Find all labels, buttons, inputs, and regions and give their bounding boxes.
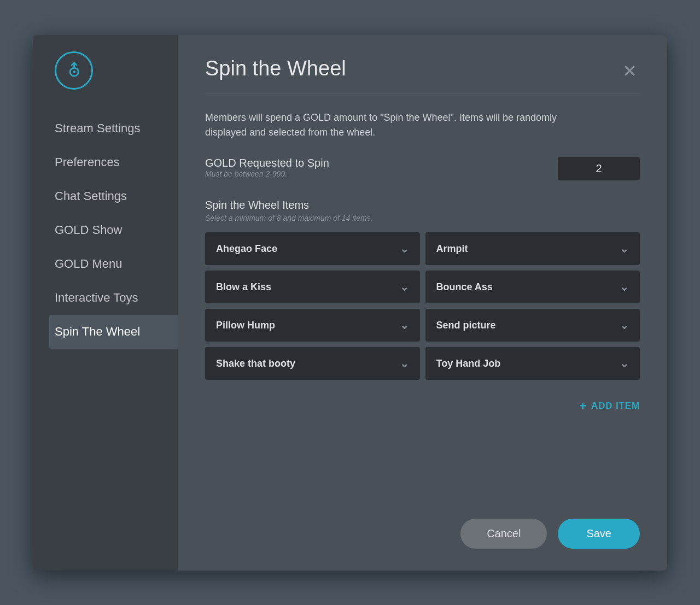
item-label: Armpit [436,243,468,255]
items-section: Spin the Wheel Items Select a minimum of… [205,199,640,380]
sidebar-item-interactive-toys[interactable]: Interactive Toys [49,281,178,315]
plus-icon: + [579,399,587,413]
wheel-item-item-6[interactable]: Send picture⌄ [425,309,640,342]
sidebar-logo: ⛢ [55,51,178,90]
wheel-item-item-4[interactable]: Bounce Ass⌄ [425,271,640,303]
add-item-button[interactable]: + ADD ITEM [579,393,640,419]
item-label: Bounce Ass [436,281,493,293]
item-label: Pillow Hump [216,320,275,331]
chevron-down-icon: ⌄ [400,357,409,370]
logo-circle: ⛢ [55,51,93,90]
add-item-label: ADD ITEM [591,401,640,412]
sidebar-item-gold-menu[interactable]: GOLD Menu [49,247,178,281]
cancel-button[interactable]: Cancel [460,519,547,549]
footer-buttons: Cancel Save [205,497,640,549]
wheel-item-item-5[interactable]: Pillow Hump⌄ [205,309,420,342]
modal-header: Spin the Wheel ✕ [205,57,640,83]
chevron-down-icon: ⌄ [400,280,409,293]
items-grid: Ahegao Face⌄Armpit⌄Blow a Kiss⌄Bounce As… [205,232,640,380]
sidebar-item-stream-settings[interactable]: Stream Settings [49,111,178,145]
save-button[interactable]: Save [558,519,640,549]
item-label: Shake that booty [216,358,295,369]
gold-field-row: GOLD Requested to Spin Must be between 2… [205,157,640,180]
gold-hint: Must be between 2-999. [205,169,329,178]
description: Members will spend a GOLD amount to "Spi… [205,110,588,141]
item-label: Send picture [436,320,496,331]
wheel-item-item-8[interactable]: Toy Hand Job⌄ [425,347,640,380]
wheel-item-item-3[interactable]: Blow a Kiss⌄ [205,271,420,303]
item-label: Ahegao Face [216,243,277,255]
gold-input[interactable] [558,157,640,180]
chevron-down-icon: ⌄ [400,242,409,255]
chevron-down-icon: ⌄ [400,319,409,332]
modal-wrapper: ⛢ Stream SettingsPreferencesChat Setting… [33,35,667,571]
add-item-row: + ADD ITEM [205,391,640,419]
divider [205,93,640,94]
logo-icon: ⛢ [68,62,80,79]
items-label: Spin the Wheel Items [205,199,640,212]
chevron-down-icon: ⌄ [620,280,629,293]
chevron-down-icon: ⌄ [620,319,629,332]
wheel-item-item-2[interactable]: Armpit⌄ [425,232,640,265]
wheel-item-item-7[interactable]: Shake that booty⌄ [205,347,420,380]
gold-label: GOLD Requested to Spin [205,157,329,169]
item-label: Blow a Kiss [216,281,271,293]
sidebar-item-gold-show[interactable]: GOLD Show [49,213,178,247]
gold-field-section: GOLD Requested to Spin Must be between 2… [205,157,640,184]
item-label: Toy Hand Job [436,358,501,369]
chevron-down-icon: ⌄ [620,242,629,255]
chevron-down-icon: ⌄ [620,357,629,370]
wheel-item-item-1[interactable]: Ahegao Face⌄ [205,232,420,265]
main-content: Spin the Wheel ✕ Members will spend a GO… [178,35,667,571]
items-hint: Select a minimum of 8 and maximum of 14 … [205,214,640,222]
sidebar: ⛢ Stream SettingsPreferencesChat Setting… [33,35,178,571]
sidebar-item-preferences[interactable]: Preferences [49,145,178,179]
sidebar-item-spin-the-wheel[interactable]: Spin The Wheel [49,315,178,349]
close-button[interactable]: ✕ [620,60,640,83]
modal-title: Spin the Wheel [205,57,346,80]
sidebar-item-chat-settings[interactable]: Chat Settings [49,179,178,213]
